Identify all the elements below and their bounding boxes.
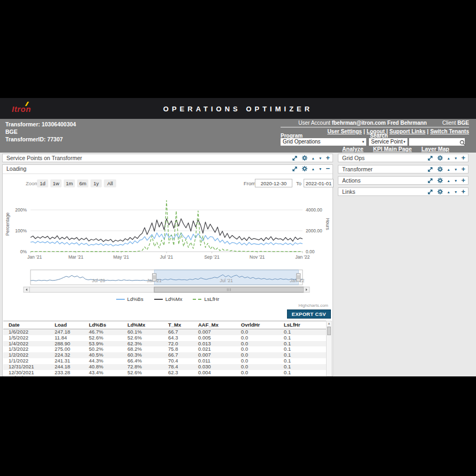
table-cell: 69.1: [168, 375, 198, 376]
program-select[interactable]: ▾ Grid Operations: [281, 138, 366, 146]
zoom-button-1w[interactable]: 1w: [50, 179, 62, 187]
remove-icon[interactable]: −: [326, 166, 330, 171]
gear-icon[interactable]: [301, 155, 308, 161]
legend-label: Ld%Bs: [127, 296, 143, 302]
table-row[interactable]: 1/3/2022275.0050.2%68.2%75.80.0210.00.1: [3, 346, 326, 352]
collapse-up-icon[interactable]: ▲: [312, 156, 315, 160]
client-label: Client: [442, 120, 456, 126]
column-header[interactable]: T_Mx: [168, 321, 198, 329]
column-header[interactable]: AAF_Mx: [198, 321, 241, 329]
svg-text:0%: 0%: [20, 249, 27, 254]
add-icon[interactable]: +: [326, 155, 330, 161]
separator: |: [427, 129, 429, 134]
search-input[interactable]: [409, 138, 465, 146]
column-header[interactable]: Ld%Mx: [127, 321, 168, 329]
table-cell: 0.0: [241, 335, 284, 341]
gear-icon[interactable]: [437, 166, 443, 172]
panel-grid-ops: Grid Ops▲▼+: [338, 154, 469, 162]
column-header[interactable]: OvrldHr: [241, 321, 284, 329]
svg-text:Sep '21: Sep '21: [204, 254, 220, 260]
column-header[interactable]: LsLfHr: [284, 321, 316, 329]
legend-item-ld-mx[interactable]: Ld%Mx: [154, 296, 183, 302]
from-label: From: [244, 180, 255, 186]
table-row[interactable]: 12/31/2021244.1840.8%72.8%78.40.0300.00.…: [3, 364, 326, 370]
link-kpi-main-page[interactable]: KPI Main Page: [373, 146, 412, 152]
link-switch-tenants[interactable]: Switch Tenants: [430, 129, 469, 134]
navigator-handle[interactable]: [297, 274, 300, 281]
svg-text:0.00: 0.00: [306, 249, 315, 254]
transformer-id: TransformerID: 77307: [5, 135, 76, 143]
table-row[interactable]: 1/5/202211.8452.6%52.6%64.30.0050.00.1: [3, 335, 326, 341]
add-icon[interactable]: +: [461, 155, 465, 161]
page-title: OPERATIONS OPTIMIZER: [0, 105, 476, 113]
zoom-button-all[interactable]: All: [104, 179, 116, 187]
export-csv-button[interactable]: EXPORT CSV: [287, 309, 331, 319]
collapse-up-icon[interactable]: ▲: [312, 167, 315, 171]
link-user-settings[interactable]: User Settings: [327, 129, 361, 134]
link-analyze[interactable]: Analyze: [342, 146, 364, 152]
gear-icon[interactable]: [437, 188, 443, 195]
table-row[interactable]: 12/29/2021243.6443.4%63.6%69.10.0090.00.…: [3, 375, 326, 376]
collapse-down-icon[interactable]: ▼: [454, 156, 457, 160]
table-row[interactable]: 1/2/2022224.3240.5%60.3%66.70.0070.00.1: [3, 352, 326, 358]
highcharts-credits[interactable]: Highcharts.com: [298, 303, 328, 308]
collapse-up-icon[interactable]: ▲: [447, 190, 450, 194]
expand-icon[interactable]: [427, 189, 433, 195]
screen: Itron OPERATIONS OPTIMIZER Transformer: …: [0, 0, 476, 476]
expand-icon[interactable]: [427, 167, 433, 172]
zoom-button-6m[interactable]: 6m: [77, 179, 88, 187]
gear-icon[interactable]: [301, 165, 308, 172]
collapse-up-icon[interactable]: ▲: [447, 168, 450, 171]
navigator-handle[interactable]: [153, 274, 156, 281]
table-row[interactable]: 12/30/2021233.2843.4%52.6%62.30.0040.00.…: [3, 370, 326, 376]
table-row[interactable]: 1/6/2022247.1846.7%60.1%66.70.0070.00.1: [3, 329, 326, 335]
panel-controls: ▲▼+: [427, 187, 465, 196]
add-icon[interactable]: +: [461, 167, 465, 172]
column-header[interactable]: Ld%Bs: [89, 321, 127, 329]
add-icon[interactable]: +: [461, 178, 465, 183]
series-ld-mx: [31, 218, 303, 242]
expand-icon[interactable]: [427, 155, 433, 161]
zoom-button-1d[interactable]: 1d: [37, 179, 48, 187]
gear-icon[interactable]: [437, 177, 443, 184]
expand-icon[interactable]: [292, 155, 298, 161]
table-scrollbar[interactable]: ▲: [326, 321, 332, 376]
collapse-down-icon[interactable]: ▼: [319, 156, 322, 160]
table-scrollbar-thumb[interactable]: [327, 327, 331, 335]
panel-controls: ▲▼+: [427, 154, 465, 162]
collapse-down-icon[interactable]: ▼: [319, 167, 322, 171]
gear-icon[interactable]: [437, 155, 443, 161]
table-row[interactable]: 1/4/2022288.9053.9%62.3%72.00.0130.00.1: [3, 341, 326, 347]
to-date-input[interactable]: [304, 179, 334, 187]
collapse-up-icon[interactable]: ▲: [447, 156, 450, 160]
expand-icon[interactable]: [292, 166, 298, 172]
svg-text:Jul '21: Jul '21: [220, 278, 233, 283]
from-date-input[interactable]: [255, 179, 292, 187]
collapse-down-icon[interactable]: ▼: [454, 190, 457, 194]
panel-loading: Loading ▲▼− Zoom 1d1w1m6m1yAll From To 0…: [2, 164, 333, 376]
collapse-down-icon[interactable]: ▼: [454, 179, 457, 183]
collapse-down-icon[interactable]: ▼: [454, 168, 457, 171]
panel-title: Service Points on Transformer: [6, 155, 82, 161]
link-layer-map[interactable]: Layer Map: [421, 146, 449, 152]
panel-title: Actions: [342, 177, 360, 184]
search-type-select[interactable]: ▾ Service Point: [369, 138, 407, 146]
to-label: To: [296, 180, 301, 186]
svg-text:100%: 100%: [15, 228, 27, 233]
zoom-button-1y[interactable]: 1y: [90, 179, 102, 187]
link-support-links[interactable]: Support Links: [389, 129, 425, 134]
column-header[interactable]: Date: [9, 321, 55, 329]
add-icon[interactable]: +: [461, 189, 465, 194]
column-header[interactable]: Load: [55, 321, 89, 329]
expand-icon[interactable]: [427, 178, 433, 184]
legend-item-lslfhr[interactable]: LsLfHr: [193, 296, 219, 302]
svg-text:200%: 200%: [15, 207, 27, 213]
legend-item-ld-bs[interactable]: Ld%Bs: [116, 296, 143, 302]
zoom-button-1m[interactable]: 1m: [64, 179, 75, 187]
table-cell: 12/31/2021: [9, 364, 55, 370]
table-cell: 0.1: [284, 335, 316, 341]
collapse-up-icon[interactable]: ▲: [447, 179, 450, 183]
scroll-up-icon[interactable]: ▲: [327, 321, 331, 326]
table-row[interactable]: 1/1/2022241.3144.3%66.4%70.40.0110.00.1: [3, 358, 326, 364]
magnifier-icon[interactable]: [459, 139, 466, 145]
